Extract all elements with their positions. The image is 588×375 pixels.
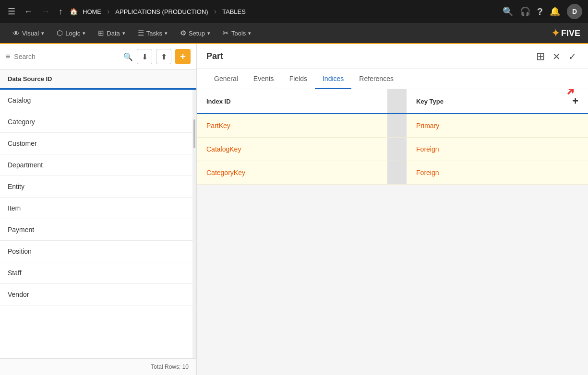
confirm-button[interactable]: ✓ bbox=[566, 49, 578, 64]
search-nav-icon[interactable]: 🔍 bbox=[503, 6, 513, 17]
search-input[interactable] bbox=[14, 53, 120, 60]
top-nav: ☰ ← → ↑ 🏠 HOME › APPLICATIONS (PRODUCTIO… bbox=[0, 0, 588, 23]
sidebar-header-label: Data Source ID bbox=[8, 75, 52, 82]
cell-key-type: Foreign bbox=[407, 138, 559, 161]
tab-indices-label: Indices bbox=[323, 75, 344, 82]
list-item-label: Payment bbox=[8, 226, 34, 234]
tasks-icon: ☰ bbox=[138, 29, 144, 37]
col-header-actions: + ➔ bbox=[559, 89, 588, 114]
list-item-item[interactable]: Item bbox=[0, 198, 192, 219]
list-item-department[interactable]: Department bbox=[0, 154, 192, 176]
tab-fields[interactable]: Fields bbox=[282, 69, 315, 89]
sidebar: ≡ 🔍 ⬇ ⬆ + Data Source ID Catalog Categor… bbox=[0, 44, 197, 375]
sidebar-header: Data Source ID bbox=[0, 70, 196, 90]
setup-icon: ⚙ bbox=[180, 29, 186, 37]
table-area: Index ID Key Type + ➔ bbox=[197, 89, 588, 375]
table-row[interactable]: CatalogKey Foreign bbox=[197, 138, 588, 161]
nav-item-data[interactable]: ⊞ Data ▾ bbox=[93, 26, 130, 40]
cell-key-type: Foreign bbox=[407, 161, 559, 185]
cell-actions bbox=[559, 161, 588, 185]
data-icon: ⊞ bbox=[98, 29, 104, 37]
download-button[interactable]: ⬇ bbox=[137, 49, 152, 64]
menu-icon[interactable]: ☰ bbox=[6, 4, 17, 19]
visual-label: Visual bbox=[22, 30, 39, 37]
tab-general-label: General bbox=[214, 75, 238, 82]
cell-actions bbox=[559, 114, 588, 138]
col-divider bbox=[387, 138, 407, 161]
list-item-label: Catalog bbox=[8, 96, 31, 104]
tools-label: Tools bbox=[231, 30, 246, 37]
col-key-type-label: Key Type bbox=[416, 98, 444, 105]
home-label[interactable]: HOME bbox=[83, 8, 101, 15]
table-row[interactable]: PartKey Primary bbox=[197, 114, 588, 138]
close-button[interactable]: ✕ bbox=[551, 49, 563, 64]
col-divider bbox=[387, 161, 407, 185]
nav-item-logic[interactable]: ⬡ Logic ▾ bbox=[52, 26, 90, 40]
list-item-entity[interactable]: Entity bbox=[0, 176, 192, 198]
col-header-key-type: Key Type bbox=[407, 89, 559, 114]
forward-icon[interactable]: → bbox=[39, 5, 52, 19]
five-logo: ✦ FIVE bbox=[552, 27, 580, 39]
tab-references[interactable]: References bbox=[351, 69, 401, 89]
tools-icon: ✂ bbox=[223, 29, 229, 37]
avatar[interactable]: D bbox=[567, 4, 582, 19]
tab-general[interactable]: General bbox=[206, 69, 246, 89]
add-button[interactable]: + bbox=[175, 49, 191, 64]
list-item-position[interactable]: Position bbox=[0, 241, 192, 262]
col-divider bbox=[387, 89, 407, 114]
add-row-button[interactable]: + bbox=[572, 96, 578, 106]
visual-icon: 👁 bbox=[12, 29, 20, 37]
back-icon[interactable]: ← bbox=[22, 5, 35, 19]
scroll-track[interactable] bbox=[192, 90, 196, 358]
separator-1: › bbox=[107, 7, 109, 16]
key-type-value: Primary bbox=[416, 122, 439, 129]
table-label[interactable]: TABLES bbox=[222, 8, 246, 15]
app-label[interactable]: APPLICATIONS (PRODUCTION) bbox=[115, 8, 208, 15]
list-item-label: Item bbox=[8, 204, 21, 212]
tab-indices[interactable]: Indices bbox=[315, 69, 351, 89]
support-icon[interactable]: 🎧 bbox=[520, 6, 530, 17]
list-item-label: Entity bbox=[8, 183, 24, 190]
tab-events[interactable]: Events bbox=[246, 69, 282, 89]
tools-dropdown-icon: ▾ bbox=[248, 30, 251, 36]
nav-item-visual[interactable]: 👁 Visual ▾ bbox=[8, 26, 49, 40]
list-item-label: Department bbox=[8, 161, 43, 169]
share-button[interactable]: ⬆ bbox=[156, 49, 171, 64]
five-star-icon: ✦ bbox=[552, 27, 560, 39]
help-icon[interactable]: ? bbox=[537, 6, 543, 17]
nav-item-tasks[interactable]: ☰ Tasks ▾ bbox=[133, 26, 172, 40]
setup-dropdown-icon: ▾ bbox=[207, 30, 210, 36]
bell-icon[interactable]: 🔔 bbox=[550, 6, 560, 17]
filter-icon[interactable]: ≡ bbox=[6, 52, 10, 61]
list-item-label: Category bbox=[8, 118, 35, 126]
scroll-thumb bbox=[193, 119, 195, 148]
col-index-id-label: Index ID bbox=[206, 98, 231, 105]
data-dropdown-icon: ▾ bbox=[122, 30, 125, 36]
list-item-vendor[interactable]: Vendor bbox=[0, 284, 192, 305]
list-item-customer[interactable]: Customer bbox=[0, 133, 192, 154]
table-row[interactable]: CategoryKey Foreign bbox=[197, 161, 588, 185]
up-icon[interactable]: ↑ bbox=[57, 5, 65, 19]
five-text: FIVE bbox=[561, 28, 580, 38]
col-header-index-id: Index ID bbox=[197, 89, 387, 114]
tab-fields-label: Fields bbox=[289, 75, 307, 82]
sidebar-footer: Total Rows: 10 bbox=[0, 358, 196, 375]
index-id-value: CatalogKey bbox=[206, 145, 241, 153]
panel-actions: ⊞ ✕ ✓ bbox=[534, 48, 578, 65]
cell-index-id: CatalogKey bbox=[197, 138, 387, 161]
nav-item-tools[interactable]: ✂ Tools ▾ bbox=[218, 26, 256, 40]
key-type-value: Foreign bbox=[416, 169, 439, 176]
logic-dropdown-icon: ▾ bbox=[83, 30, 85, 36]
sidebar-list: Catalog Category Customer Department Ent… bbox=[0, 90, 192, 358]
grid-view-button[interactable]: ⊞ bbox=[534, 48, 547, 65]
index-id-value: CategoryKey bbox=[206, 169, 245, 176]
nav-item-setup[interactable]: ⚙ Setup ▾ bbox=[175, 26, 215, 40]
list-item-category[interactable]: Category bbox=[0, 111, 192, 133]
logic-icon: ⬡ bbox=[57, 29, 63, 37]
list-item-staff[interactable]: Staff bbox=[0, 262, 192, 284]
panel-header: Part ⊞ ✕ ✓ bbox=[197, 44, 588, 69]
total-rows-label: Total Rows: 10 bbox=[151, 363, 189, 370]
list-item-catalog[interactable]: Catalog bbox=[0, 90, 192, 111]
search-icon[interactable]: 🔍 bbox=[123, 52, 133, 61]
list-item-payment[interactable]: Payment bbox=[0, 219, 192, 241]
